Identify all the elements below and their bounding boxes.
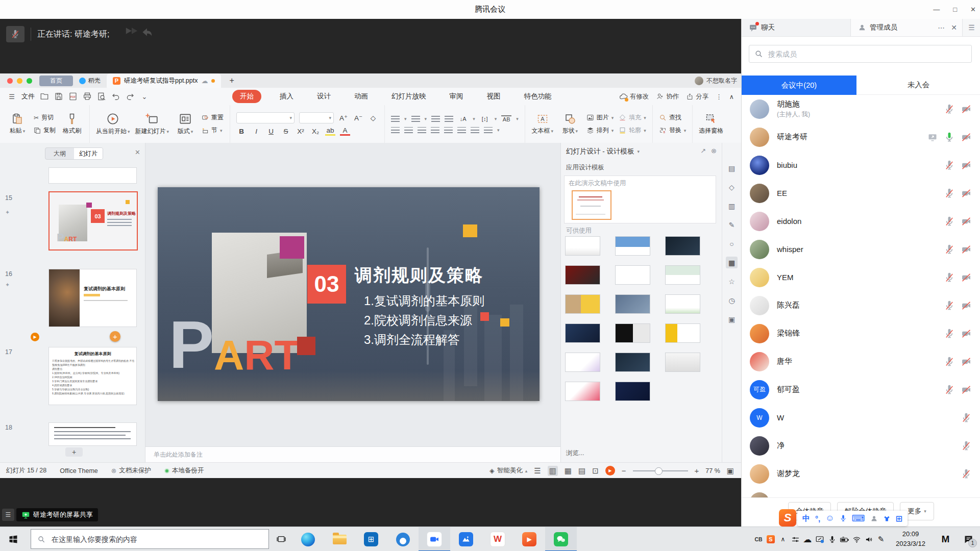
reading-view-icon[interactable]: ▤: [578, 466, 585, 475]
member-row[interactable]: YEM: [742, 263, 980, 291]
design-template-thumb[interactable]: [615, 236, 650, 256]
wps-docer-tab[interactable]: 稻壳: [79, 77, 101, 85]
mic-off-icon[interactable]: [944, 300, 954, 311]
underline-button[interactable]: U: [266, 128, 276, 135]
design-template-thumb[interactable]: [665, 323, 700, 343]
cloud-sync-icon[interactable]: ☁: [201, 77, 208, 85]
tray-mic-icon[interactable]: [826, 527, 838, 551]
design-template-thumb[interactable]: [565, 294, 600, 314]
member-row[interactable]: 陈兴磊: [742, 291, 980, 319]
panel-close-icon[interactable]: ✕: [951, 23, 957, 32]
wps-home-tab[interactable]: 首页: [39, 76, 73, 86]
tab-not-joined[interactable]: 未入会: [856, 76, 980, 95]
fill-button[interactable]: 填充▾: [619, 113, 646, 122]
zoom-slider[interactable]: [633, 470, 688, 471]
column-spacing-icon[interactable]: [471, 127, 479, 133]
current-template-thumb[interactable]: [572, 190, 611, 220]
replace-button[interactable]: AB替换▾: [659, 126, 687, 135]
app-tencent-docs[interactable]: [450, 527, 482, 551]
close-icon[interactable]: ✕: [970, 6, 976, 13]
align-right-icon[interactable]: [418, 127, 426, 133]
ribbon-tab-动画[interactable]: 动画: [349, 90, 373, 103]
notes-area[interactable]: 单击此处添加备注: [145, 446, 560, 462]
save-icon[interactable]: [54, 92, 63, 101]
cam-off-icon[interactable]: [961, 385, 971, 395]
beautify-button[interactable]: ◈智能美化▴: [489, 466, 527, 475]
ribbon-tab-视图[interactable]: 视图: [482, 90, 506, 103]
tray-ime-state[interactable]: CB: [752, 527, 765, 551]
design-dropdown-icon[interactable]: ▾: [638, 149, 640, 154]
tab-chat[interactable]: 聊天: [742, 19, 851, 36]
tray-battery-icon[interactable]: [838, 527, 850, 551]
ribbon-tab-插入[interactable]: 插入: [275, 90, 299, 103]
increase-indent-icon[interactable]: [445, 116, 453, 122]
cam-off-icon[interactable]: [961, 272, 971, 283]
ime-keyboard-icon[interactable]: ⌨: [852, 513, 865, 524]
mic-off-icon[interactable]: [944, 244, 954, 255]
share-icon[interactable]: [927, 132, 938, 142]
cam-off-icon[interactable]: [961, 244, 971, 255]
play-slide-button[interactable]: ▶: [31, 333, 39, 341]
export-pdf-icon[interactable]: PDF: [68, 92, 78, 101]
member-row[interactable]: 谢梦龙: [742, 460, 980, 488]
slideshow-play-button[interactable]: ▶: [605, 466, 615, 475]
side-tool-help-icon[interactable]: ▣: [726, 313, 738, 325]
slide-canvas[interactable]: PART 03 调剂规则及策略 1.复试调剂的基本原则2.院校调剂信息来源3.调…: [158, 187, 540, 401]
open-icon[interactable]: [40, 92, 49, 101]
distribute-icon[interactable]: [444, 127, 453, 133]
taskbar-search[interactable]: [31, 529, 269, 549]
undo-icon[interactable]: [111, 92, 120, 101]
toolbar-options-icon[interactable]: ⌄: [140, 92, 149, 101]
clear-format-button[interactable]: ◇: [368, 114, 378, 122]
paragraph-spacing-icon[interactable]: [484, 127, 493, 133]
sogou-logo[interactable]: S: [779, 509, 796, 527]
protect-status[interactable]: ⊗文档未保护: [111, 466, 151, 475]
ime-account-icon[interactable]: [870, 515, 878, 522]
slide-thumb-18[interactable]: [48, 422, 137, 446]
member-row[interactable]: 研途考研: [742, 123, 980, 151]
mic-off-icon[interactable]: [944, 329, 954, 339]
strikethrough-button[interactable]: S: [281, 128, 291, 135]
tab-in-meeting[interactable]: 会议中(20): [742, 76, 856, 95]
subscript-button[interactable]: X₂: [310, 128, 321, 135]
section-button[interactable]: 节▾: [202, 126, 224, 135]
panel-more-icon[interactable]: ⋯: [938, 23, 945, 32]
copy-button[interactable]: 复制: [34, 126, 56, 135]
mic-off-icon[interactable]: [961, 413, 971, 423]
tray-volume-icon[interactable]: [863, 527, 875, 551]
share-button[interactable]: 分享: [686, 92, 708, 101]
panel-menu-icon[interactable]: ☰: [962, 19, 980, 36]
ime-skin-icon[interactable]: [883, 515, 891, 522]
tray-wifi-icon[interactable]: [850, 527, 863, 551]
app-tencent-meeting[interactable]: [419, 527, 450, 551]
design-template-thumb[interactable]: [615, 294, 650, 314]
text-direction-icon[interactable]: ↓A: [458, 116, 468, 122]
ribbon-tab-设计[interactable]: 设计: [312, 90, 336, 103]
taskbar-search-input[interactable]: [51, 535, 262, 544]
align-left-icon[interactable]: [391, 127, 400, 133]
find-button[interactable]: 查找: [659, 113, 687, 122]
tray-sogou-icon[interactable]: S: [765, 527, 777, 551]
more-icon[interactable]: ⋮: [716, 93, 722, 101]
menu-icon[interactable]: ☰: [7, 92, 16, 101]
justify-icon[interactable]: [431, 127, 439, 133]
task-view-button[interactable]: [274, 532, 289, 546]
action-center-button[interactable]: 1: [957, 527, 980, 551]
mic-off-icon[interactable]: [944, 216, 954, 227]
decrease-indent-icon[interactable]: [431, 116, 440, 122]
output-icon[interactable]: ⊡: [592, 466, 599, 475]
member-row[interactable]: 净: [742, 432, 980, 460]
side-tool-properties-icon[interactable]: ▤: [726, 162, 738, 174]
modified-status[interactable]: 有修改: [619, 92, 649, 101]
cam-off-icon[interactable]: [961, 160, 971, 170]
member-row[interactable]: 胡施施(主持人, 我): [742, 95, 980, 123]
app-wechat[interactable]: [545, 527, 577, 551]
highlight-button[interactable]: ab: [325, 127, 335, 136]
mic-off-icon[interactable]: [961, 441, 971, 451]
ime-lang-toggle[interactable]: 中: [802, 514, 810, 523]
wps-account[interactable]: 不想取名字: [695, 73, 737, 88]
mic-off-icon[interactable]: [961, 469, 971, 479]
line-spacing-icon[interactable]: [↕]: [480, 116, 490, 122]
zoom-level[interactable]: 77 %: [705, 467, 720, 474]
member-row[interactable]: eidolon: [742, 207, 980, 235]
